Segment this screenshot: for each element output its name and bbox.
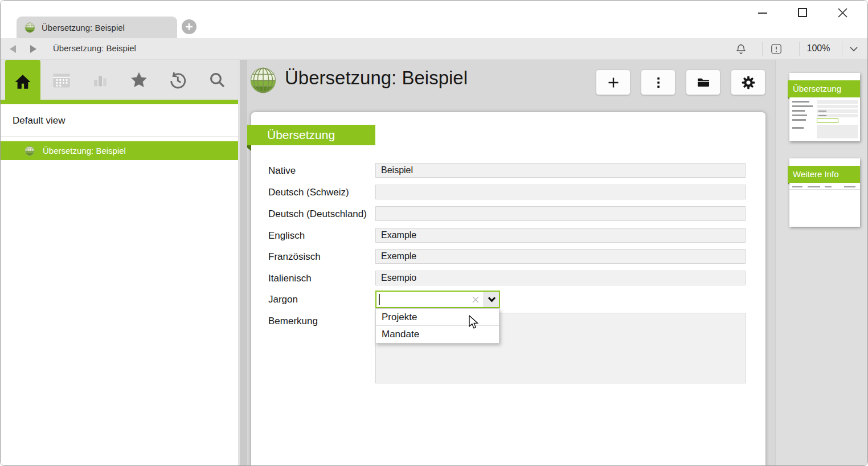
dropdown-option-mandate[interactable]: Mandate xyxy=(376,326,499,343)
close-icon[interactable] xyxy=(837,7,848,18)
chevron-down-icon xyxy=(488,296,496,303)
section-header: Übersetzung xyxy=(247,125,375,145)
search-icon xyxy=(208,71,226,89)
calendar-icon xyxy=(52,70,71,89)
thumbnail-title: Übersetzung xyxy=(788,80,860,97)
maximize-icon[interactable] xyxy=(798,8,807,17)
kebab-menu-icon xyxy=(652,76,665,89)
panel-splitter[interactable] xyxy=(238,60,247,465)
sidebar-selected-item[interactable]: Übersetzung: Beispiel xyxy=(1,141,238,160)
jargon-dropdown-button[interactable] xyxy=(484,292,499,307)
app-window: Übersetzung: Beispiel Übersetzung: Beisp… xyxy=(0,0,868,466)
page-title: Übersetzung: Beispiel xyxy=(285,67,468,89)
mouse-cursor xyxy=(469,315,480,330)
tab-title: Übersetzung: Beispiel xyxy=(42,23,125,32)
franzoesisch-field[interactable] xyxy=(375,249,746,264)
section-header-fold xyxy=(247,145,251,151)
alert-icon[interactable] xyxy=(770,43,783,55)
divider xyxy=(799,42,800,56)
settings-button[interactable] xyxy=(731,70,765,95)
minimize-icon[interactable] xyxy=(758,13,767,14)
divider xyxy=(1,136,238,137)
englisch-field[interactable] xyxy=(375,228,746,243)
field-label-native: Native xyxy=(268,165,296,177)
star-icon xyxy=(129,70,149,90)
breadcrumb: Übersetzung: Beispiel xyxy=(53,43,136,53)
add-button[interactable] xyxy=(596,70,630,95)
left-sidebar: Default view Übersetzung: Beispiel xyxy=(1,60,238,465)
back-button[interactable] xyxy=(10,45,16,53)
sidebar-item-reports[interactable] xyxy=(91,70,110,89)
field-label-deutsch-deutschland: Deutsch (Deutschland) xyxy=(268,209,367,220)
tab-uebersetzung[interactable]: Übersetzung: Beispiel xyxy=(17,17,177,38)
sidebar-item-label: Übersetzung: Beispiel xyxy=(43,146,126,156)
thumbnail-weitere-info[interactable]: Weitere Info xyxy=(789,158,860,227)
plus-icon xyxy=(607,76,620,89)
field-label-deutsch-schweiz: Deutsch (Schweiz) xyxy=(268,187,349,198)
main-region: Übersetzung: Beispiel xyxy=(247,60,775,465)
dropdown-option-projekte[interactable]: Projekte xyxy=(376,309,499,326)
plus-icon xyxy=(185,23,193,31)
thumbnail-fold xyxy=(788,183,789,185)
field-label-englisch: Englisch xyxy=(268,230,305,242)
sidebar-item-calendar[interactable] xyxy=(52,70,71,89)
native-field[interactable] xyxy=(375,163,746,178)
more-actions-button[interactable] xyxy=(641,70,675,95)
globe-icon xyxy=(249,67,277,94)
clear-x-icon[interactable] xyxy=(472,296,480,304)
history-icon xyxy=(168,70,187,89)
italienisch-field[interactable] xyxy=(375,271,746,285)
folder-button[interactable] xyxy=(686,70,720,95)
title-bar xyxy=(1,1,867,17)
globe-icon xyxy=(24,22,35,33)
chevron-down-icon[interactable] xyxy=(849,44,859,54)
view-label: Default view xyxy=(13,115,65,126)
field-label-franzoesisch: Französisch xyxy=(268,251,321,263)
field-label-italienisch: Italienisch xyxy=(268,273,312,284)
form-card: Übersetzung Native Deutsch (Schweiz) Deu… xyxy=(251,112,765,465)
bar-chart-icon xyxy=(91,71,109,89)
thumbnail-fold xyxy=(788,97,789,100)
globe-icon xyxy=(24,146,35,156)
gear-icon xyxy=(741,75,756,90)
home-icon xyxy=(13,72,32,92)
forward-button[interactable] xyxy=(30,45,36,53)
divider xyxy=(842,42,842,56)
folder-icon xyxy=(696,76,711,89)
divider xyxy=(762,42,763,56)
jargon-dropdown-list: Projekte Mandate xyxy=(375,308,499,344)
jargon-combobox[interactable] xyxy=(375,291,500,308)
zoom-level[interactable]: 100% xyxy=(803,43,834,54)
jargon-input[interactable] xyxy=(376,292,484,307)
thumbnail-title: Weitere Info xyxy=(788,166,860,183)
sidebar-item-home[interactable] xyxy=(5,60,40,104)
thumbnail-uebersetzung[interactable]: Übersetzung xyxy=(789,73,860,141)
bell-icon[interactable] xyxy=(735,43,747,55)
sidebar-item-history[interactable] xyxy=(168,70,187,89)
deutsch-schweiz-field[interactable] xyxy=(375,185,746,199)
new-tab-button[interactable] xyxy=(182,19,196,34)
sidebar-item-search[interactable] xyxy=(207,70,227,89)
navigation-bar: Übersetzung: Beispiel 100% xyxy=(1,38,867,60)
sidebar-item-favorites[interactable] xyxy=(129,70,149,89)
deutsch-deutschland-field[interactable] xyxy=(375,206,746,221)
field-label-jargon: Jargon xyxy=(268,294,298,305)
page-thumbnails-panel: Übersetzung Weitere Info xyxy=(775,60,867,465)
field-label-bemerkung: Bemerkung xyxy=(268,316,318,327)
text-caret xyxy=(379,294,380,305)
